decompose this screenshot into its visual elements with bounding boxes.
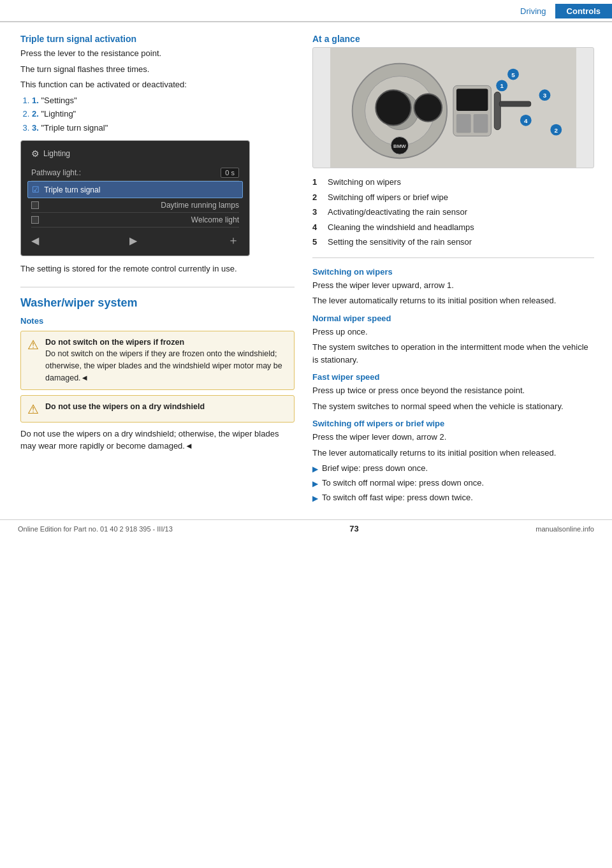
svg-text:5: 5 <box>511 71 515 78</box>
svg-point-4 <box>375 90 411 125</box>
fast-speed-para1: Press up twice or press once beyond the … <box>312 384 594 397</box>
warning-box-2: ⚠ Do not use the wipers on a dry windshi… <box>20 395 295 423</box>
wiper-parts-list: 1Switching on wipers2Switching off wiper… <box>312 176 594 249</box>
welcome-checkbox[interactable] <box>31 216 39 224</box>
header-controls: Controls <box>555 4 612 18</box>
switching-off-bullet: ▶To switch off fast wipe: press down twi… <box>312 491 594 504</box>
warning2-full-text: Do not use the wipers on a dry windshiel… <box>20 428 295 452</box>
svg-rect-8 <box>494 92 500 129</box>
svg-text:1: 1 <box>500 82 504 89</box>
switching-on-para2: The lever automatically returns to its i… <box>312 294 594 307</box>
svg-text:BMW: BMW <box>393 143 406 149</box>
at-a-glance-section: At a glance BMW <box>312 34 594 249</box>
triple-step-item: 1. "Settings" <box>32 94 295 107</box>
switching-off-para2: The lever automatically returns to its i… <box>312 447 594 459</box>
lighting-panel: ⚙ Lighting Pathway light.: 0 s ☑ Triple … <box>20 140 250 256</box>
nav-left-arrow[interactable]: ◀ <box>31 235 39 247</box>
warning-icon-1: ⚠ <box>27 337 39 352</box>
svg-rect-21 <box>456 89 488 111</box>
section-divider-1 <box>312 257 594 258</box>
normal-speed-heading: Normal wiper speed <box>312 314 594 323</box>
svg-text:4: 4 <box>524 117 528 124</box>
triple-signal-heading: Triple turn signal activation <box>20 34 295 44</box>
washer-wiper-section: Washer/wiper system Notes ⚠ Do not switc… <box>20 287 295 452</box>
triple-signal-row[interactable]: ☑ Triple turn signal <box>27 181 243 198</box>
triple-para1: Press the lever to the resistance point. <box>20 47 295 60</box>
normal-speed-para2: The system switches to operation in the … <box>312 341 594 366</box>
svg-text:3: 3 <box>543 92 547 99</box>
triple-step-item: 3. "Triple turn signal" <box>32 122 295 134</box>
washer-wiper-heading: Washer/wiper system <box>20 287 295 310</box>
notes-heading: Notes <box>20 316 295 326</box>
svg-rect-9 <box>499 101 530 106</box>
warning2-bold: Do not use the wipers on a dry windshiel… <box>45 402 205 411</box>
page-number: 73 <box>349 524 358 533</box>
warning1-text: Do not switch on the wipers if they are … <box>45 349 282 382</box>
fast-speed-para2: The system switches to normal speed when… <box>312 400 594 413</box>
switching-off-bullet: ▶Brief wipe: press down once. <box>312 462 594 475</box>
warning-icon-2: ⚠ <box>27 401 39 417</box>
page-body: Triple turn signal activation Press the … <box>0 22 612 513</box>
pathway-value: 0 s <box>221 168 239 178</box>
svg-text:2: 2 <box>555 127 558 134</box>
nav-right-arrow[interactable]: ▶ <box>129 235 137 247</box>
right-column: At a glance BMW <box>312 34 594 507</box>
fast-speed-section: Fast wiper speed Press up twice or press… <box>312 372 594 412</box>
normal-speed-para1: Press up once. <box>312 326 594 338</box>
welcome-label: Welcome light <box>191 215 239 224</box>
switching-on-heading: Switching on wipers <box>312 267 594 277</box>
daytime-label: Daytime running lamps <box>161 201 239 210</box>
footer-site: manualsonline.info <box>536 525 594 533</box>
fast-speed-heading: Fast wiper speed <box>312 372 594 382</box>
triple-signal-section: Triple turn signal activation Press the … <box>20 34 295 275</box>
svg-point-5 <box>414 94 442 122</box>
left-column: Triple turn signal activation Press the … <box>20 34 295 507</box>
page-footer: Online Edition for Part no. 01 40 2 918 … <box>0 519 612 537</box>
pathway-row: Pathway light.: 0 s <box>31 165 239 181</box>
warning-text-1: Do not switch on the wipers if frozen Do… <box>45 336 288 384</box>
wiper-list-item: 3Activating/deactivating the rain sensor <box>312 206 594 219</box>
switching-on-para1: Press the wiper lever upward, arrow 1. <box>312 279 594 292</box>
svg-rect-22 <box>456 114 471 133</box>
warning-text-2: Do not use the wipers on a dry windshiel… <box>45 401 205 413</box>
triple-para3: This function can be activated or deacti… <box>20 78 295 91</box>
wiper-list-item: 2Switching off wipers or brief wipe <box>312 191 594 204</box>
settings-icon: ⚙ <box>31 148 40 159</box>
footer-edition: Online Edition for Part no. 01 40 2 918 … <box>18 525 173 533</box>
warning1-bold: Do not switch on the wipers if frozen <box>45 338 184 347</box>
triple-signal-label: Triple turn signal <box>44 185 100 194</box>
daytime-row[interactable]: Daytime running lamps <box>31 198 239 213</box>
triple-step-item: 2. "Lighting" <box>32 108 295 120</box>
check-icon: ☑ <box>32 185 40 194</box>
triple-para2: The turn signal flashes three times. <box>20 63 295 76</box>
panel-title: ⚙ Lighting <box>31 148 239 159</box>
wiper-list-item: 4Cleaning the windshield and headlamps <box>312 221 594 234</box>
wiper-list-item: 5Setting the sensitivity of the rain sen… <box>312 236 594 249</box>
warning-box-1: ⚠ Do not switch on the wipers if frozen … <box>20 331 295 390</box>
welcome-row[interactable]: Welcome light <box>31 213 239 228</box>
wiper-list-item: 1Switching on wipers <box>312 176 594 189</box>
switching-on-section: Switching on wipers Press the wiper leve… <box>312 267 594 307</box>
daytime-checkbox[interactable] <box>31 201 39 209</box>
at-a-glance-heading: At a glance <box>312 34 594 44</box>
svg-rect-23 <box>474 114 488 133</box>
switching-off-section: Switching off wipers or brief wipe Press… <box>312 419 594 504</box>
car-dashboard-image: BMW 5 3 2 1 4 <box>312 47 594 168</box>
switching-off-heading: Switching off wipers or brief wipe <box>312 419 594 428</box>
header-driving: Driving <box>511 4 555 18</box>
triple-after-para: The setting is stored for the remote con… <box>20 263 295 275</box>
normal-speed-section: Normal wiper speed Press up once. The sy… <box>312 314 594 366</box>
pathway-label: Pathway light.: <box>31 168 81 177</box>
dashboard-svg: BMW 5 3 2 1 4 <box>313 48 594 168</box>
panel-add-button[interactable]: ＋ <box>228 233 239 248</box>
panel-title-label: Lighting <box>43 149 70 158</box>
triple-steps-list: 1. "Settings"2. "Lighting"3. "Triple tur… <box>32 94 295 134</box>
switching-off-bullets: ▶Brief wipe: press down once.▶To switch … <box>312 462 594 504</box>
panel-nav: ◀ ▶ ＋ <box>31 233 239 248</box>
page-header: Driving Controls <box>0 0 612 22</box>
switching-off-bullet: ▶To switch off normal wipe: press down o… <box>312 477 594 489</box>
switching-off-para1: Press the wiper lever down, arrow 2. <box>312 431 594 444</box>
